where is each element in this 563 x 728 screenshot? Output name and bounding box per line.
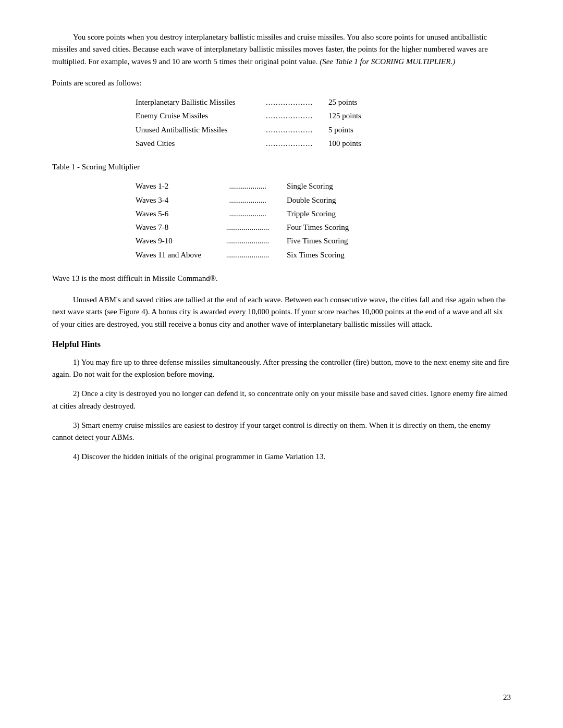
points-label: Points are scored as follows: xyxy=(52,77,511,89)
points-item-name: Saved Cities xyxy=(136,138,255,150)
hint-paragraph: 3) Smart enemy cruise missiles are easie… xyxy=(52,419,511,444)
points-item-name: Unused Antiballistic Missiles xyxy=(136,124,255,136)
points-row: Unused Antiballistic Missiles ..........… xyxy=(136,124,511,136)
scoring-waves: Waves 11 and Above xyxy=(136,249,214,261)
points-value: 125 points xyxy=(323,110,375,122)
scoring-row: Waves 5-6 ................... Tripple Sc… xyxy=(136,208,511,220)
points-row: Enemy Cruise Missiles ..................… xyxy=(136,110,511,122)
scoring-row: Waves 1-2 ................... Single Sco… xyxy=(136,180,511,192)
scoring-scoring: Double Scoring xyxy=(282,194,336,206)
points-dots: ................... xyxy=(255,124,323,136)
scoring-scoring: Six Times Scoring xyxy=(282,249,345,261)
scoring-waves: Waves 1-2 xyxy=(136,180,214,192)
scoring-waves: Waves 5-6 xyxy=(136,208,214,220)
scoring-dots: ................... xyxy=(214,180,282,192)
scoring-table: Waves 1-2 ................... Single Sco… xyxy=(136,180,511,261)
points-value: 25 points xyxy=(323,96,375,108)
scoring-dots: ................... xyxy=(214,208,282,220)
points-value: 5 points xyxy=(323,124,375,136)
points-dots: ................... xyxy=(255,110,323,122)
table-label: Table 1 - Scoring Multiplier xyxy=(52,161,511,173)
page: You score points when you destroy interp… xyxy=(0,0,563,728)
scoring-scoring: Four Times Scoring xyxy=(282,221,349,233)
scoring-row: Waves 11 and Above .....................… xyxy=(136,249,511,261)
points-row: Interplanetary Ballistic Missiles ......… xyxy=(136,96,511,108)
intro-italic: (See Table 1 for SCORING MULTIPLIER.) xyxy=(320,57,455,66)
scoring-scoring: Five Times Scoring xyxy=(282,235,348,247)
points-dots: ................... xyxy=(255,138,323,150)
scoring-scoring: Tripple Scoring xyxy=(282,208,336,220)
hint-paragraph: 1) You may fire up to three defense miss… xyxy=(52,356,511,381)
points-item-name: Interplanetary Ballistic Missiles xyxy=(136,96,255,108)
hint-paragraph: 4) Discover the hidden initials of the o… xyxy=(52,451,511,463)
points-dots: ................... xyxy=(255,96,323,108)
page-number: 23 xyxy=(503,693,511,702)
points-row: Saved Cities ................... 100 poi… xyxy=(136,138,511,150)
section-heading: Helpful Hints xyxy=(52,340,511,349)
scoring-row: Waves 7-8 ...................... Four Ti… xyxy=(136,221,511,233)
scoring-waves: Waves 9-10 xyxy=(136,235,214,247)
wave-note: Wave 13 is the most difficult in Missile… xyxy=(52,273,511,285)
scoring-dots: ...................... xyxy=(214,221,282,233)
scoring-dots: ...................... xyxy=(214,249,282,261)
intro-paragraph: You score points when you destroy interp… xyxy=(52,31,511,68)
scoring-dots: ................... xyxy=(214,194,282,206)
abm-paragraph: Unused ABM's and saved cities are tallie… xyxy=(52,294,511,330)
scoring-scoring: Single Scoring xyxy=(282,180,333,192)
hints-container: 1) You may fire up to three defense miss… xyxy=(52,356,511,463)
points-table: Interplanetary Ballistic Missiles ......… xyxy=(136,96,511,150)
points-item-name: Enemy Cruise Missiles xyxy=(136,110,255,122)
scoring-waves: Waves 7-8 xyxy=(136,221,214,233)
hint-paragraph: 2) Once a city is destroyed you no longe… xyxy=(52,388,511,412)
scoring-row: Waves 3-4 ................... Double Sco… xyxy=(136,194,511,206)
scoring-waves: Waves 3-4 xyxy=(136,194,214,206)
points-value: 100 points xyxy=(323,138,375,150)
scoring-dots: ...................... xyxy=(214,235,282,247)
scoring-row: Waves 9-10 ...................... Five T… xyxy=(136,235,511,247)
